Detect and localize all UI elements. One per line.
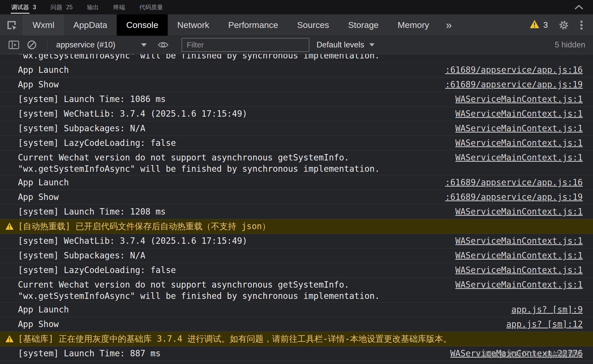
panel-tab-count: 3 [33, 4, 36, 11]
console-log-row: [system] LazyCodeLoading: false WAServic… [0, 263, 593, 278]
source-link[interactable]: WAServiceMainContext.js:1 [445, 137, 583, 149]
hidden-messages-count[interactable]: 5 hidden [555, 40, 585, 49]
log-message: App Launch [18, 64, 69, 76]
more-tabs-icon[interactable]: » [439, 14, 459, 36]
log-message: [基础库] 正在使用灰度中的基础库 3.7.4 进行调试。如有问题，请前往工具栏… [18, 333, 451, 345]
source-link[interactable]: WAServiceMainContext.js:1 [445, 206, 583, 217]
kebab-menu-icon[interactable] [580, 20, 583, 30]
tab-performance[interactable]: Performance [219, 14, 288, 36]
tab-appdata[interactable]: AppData [64, 14, 117, 36]
panel-tab-problems[interactable]: 问题 25 [51, 0, 73, 14]
console-log-row: Current Wechat version do not support as… [0, 278, 593, 302]
tab-network[interactable]: Network [168, 14, 219, 36]
log-message: App Launch [18, 177, 69, 188]
panel-tab-output[interactable]: 输出 [87, 0, 99, 14]
console-log-row: App Show :61689/appservice/app.js:19 [0, 77, 593, 92]
source-link[interactable]: :61689/appservice/app.js:19 [435, 79, 583, 90]
panel-tab-label: 调试器 [11, 3, 29, 11]
warning-icon [529, 19, 540, 31]
log-levels-label: Default levels [317, 40, 364, 49]
warning-icon [5, 335, 14, 343]
source-link[interactable]: WAServiceMainContext.js:1 [445, 250, 583, 261]
source-link[interactable]: :61689/appservice/app.js:16 [435, 64, 583, 76]
console-toolbar: appservice (#10) Default levels 5 hidden [0, 36, 593, 54]
tab-wxml[interactable]: Wxml [23, 14, 64, 36]
console-log-row: App Launch app.js? [sm]:9 [0, 302, 593, 317]
warnings-badge[interactable]: 3 [529, 19, 548, 31]
log-message: [system] Launch Time: 1208 ms [18, 206, 166, 217]
chevron-down-icon [141, 43, 147, 47]
console-sidebar-icon[interactable] [7, 38, 21, 52]
panel-tab-label: 问题 [51, 3, 62, 11]
console-log-row: App Show :61689/appservice/app.js:19 [0, 190, 593, 205]
log-message: Current Wechat version do not support as… [18, 152, 380, 175]
console-log-row: [system] Launch Time: 1208 ms WAServiceM… [0, 205, 593, 219]
console-log-row: [system] WeChatLib: 3.7.4 (2025.1.6 17:1… [0, 234, 593, 248]
console-log-row: App Launch :61689/appservice/app.js:16 [0, 63, 593, 77]
source-link[interactable]: :61689/appservice/app.js:16 [435, 177, 583, 188]
source-link[interactable]: WAServiceMainContext.js:1 [445, 152, 583, 163]
log-message: App Show [18, 191, 59, 203]
panel-tab-label: 输出 [87, 3, 99, 11]
log-message: [system] LazyCodeLoading: false [18, 137, 176, 149]
source-link[interactable]: WAServiceMainContext.js:1 [445, 235, 583, 247]
console-log-row: [system] LazyCodeLoading: false WAServic… [0, 136, 593, 150]
clear-console-icon[interactable] [25, 38, 39, 52]
tab-storage[interactable]: Storage [339, 14, 388, 36]
source-link[interactable]: WAServiceMainContext.js:1 [445, 123, 583, 134]
log-message: [system] WeChatLib: 3.7.4 (2025.1.6 17:1… [18, 235, 247, 247]
tabbar-right-controls: 3 [529, 14, 593, 36]
tab-sources[interactable]: Sources [288, 14, 339, 36]
source-link[interactable]: app.js? [sm]:12 [496, 319, 583, 330]
inspect-element-icon[interactable] [0, 14, 23, 36]
log-message: App Show [18, 79, 59, 90]
console-log-row: [自动热重载] 已开启代码文件保存后自动热重载（不支持 json） [0, 219, 593, 234]
panel-tab-terminal[interactable]: 终端 [113, 0, 125, 14]
console-log-row: [基础库] 正在使用灰度中的基础库 3.7.4 进行调试。如有问题，请前往工具栏… [0, 332, 593, 346]
tab-console[interactable]: Console [117, 14, 168, 36]
source-link[interactable]: WAServiceMainContext.js:1 [445, 94, 583, 105]
log-message: [system] Subpackages: N/A [18, 123, 145, 134]
console-log-row: App Launch :61689/appservice/app.js:16 [0, 175, 593, 190]
devtools-tabbar: Wxml AppData Console Network Performance… [0, 14, 593, 36]
source-link[interactable]: WAServiceMainContext.js:1 [445, 108, 583, 119]
context-selector[interactable]: appservice (#10) [52, 40, 149, 49]
chevron-down-icon [369, 43, 374, 46]
warning-count: 3 [543, 20, 548, 30]
live-expression-eye-icon[interactable] [156, 38, 170, 52]
log-message: "wx.getSystemInfoAsync" will be finished… [18, 54, 583, 61]
panel-tab-count: 25 [66, 4, 73, 11]
tab-memory[interactable]: Memory [388, 14, 439, 36]
log-message: App Launch [18, 304, 69, 315]
log-message: App Show [18, 319, 59, 330]
console-log-list: "wx.getSystemInfoAsync" will be finished… [0, 54, 593, 364]
source-link[interactable]: :61689/appservice/app.js:19 [435, 191, 583, 203]
log-message: [system] WeChatLib: 3.7.4 (2025.1.6 17:1… [18, 108, 247, 119]
console-log-row-clipped: "wx.getSystemInfoAsync" will be finished… [0, 54, 593, 63]
source-link[interactable]: WAServiceMainContext.js:1 [445, 279, 583, 290]
log-message: Current Wechat version do not support as… [18, 279, 380, 302]
chevron-up-icon[interactable] [572, 0, 585, 14]
toolbar-divider [47, 40, 47, 50]
log-message: [自动热重载] 已开启代码文件保存后自动热重载（不支持 json） [18, 221, 270, 232]
log-message: [system] Launch Time: 1086 ms [18, 94, 166, 105]
log-levels-dropdown[interactable]: Default levels [317, 40, 374, 49]
console-log-row: [system] Launch Time: 887 ms WAServiceMa… [0, 346, 593, 361]
panel-tab-code-quality[interactable]: 代码质量 [139, 0, 163, 14]
gear-icon[interactable] [559, 20, 569, 30]
console-log-row: App Show app.js? [sm]:12 [0, 317, 593, 332]
console-log-row: Current Wechat version do not support as… [0, 150, 593, 175]
source-link[interactable]: WAServiceMainContext.js:1 [445, 265, 583, 276]
source-link[interactable]: app.js? [sm]:9 [501, 304, 583, 315]
console-log-row: [system] Subpackages: N/A WAServiceMainC… [0, 248, 593, 263]
warning-icon [5, 222, 14, 230]
filter-input[interactable] [182, 38, 309, 52]
log-message: [system] LazyCodeLoading: false [18, 265, 176, 276]
panel-tab-debugger[interactable]: 调试器 3 [11, 0, 36, 14]
panel-tab-label: 终端 [113, 3, 125, 11]
source-link[interactable]: WAServiceMainContext…22776 [440, 348, 583, 359]
wechat-devtools-debugger: 调试器 3 问题 25 输出 终端 代码质量 Wxml AppData [0, 0, 593, 54]
ide-panel-tabbar: 调试器 3 问题 25 输出 终端 代码质量 [0, 0, 593, 14]
panel-tab-label: 代码质量 [139, 3, 163, 11]
log-message: [system] Launch Time: 887 ms [18, 348, 161, 359]
